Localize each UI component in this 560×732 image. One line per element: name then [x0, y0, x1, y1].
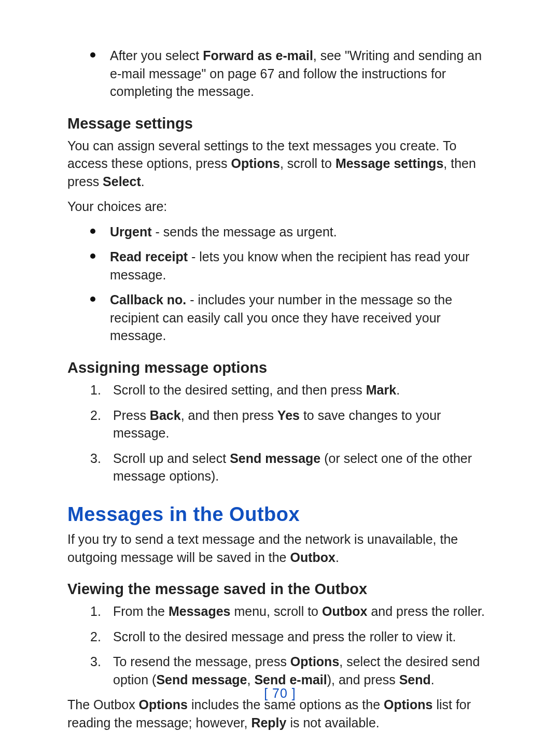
list-number: 3. [90, 653, 105, 671]
text: menu, scroll to [231, 604, 322, 618]
bold-text: Send message [156, 672, 247, 687]
outbox-step-1: 1. From the Messages menu, scroll to Out… [67, 602, 493, 621]
text: Scroll up and select [113, 451, 230, 466]
list-item: Read receipt - lets you know when the re… [110, 248, 493, 284]
outbox-step-2: 2. Scroll to the desired message and pre… [67, 628, 493, 646]
bold-text: Send message [230, 451, 320, 466]
heading-assigning-options: Assigning message options [67, 358, 493, 377]
bold-text: Reply [251, 715, 286, 730]
text: - sends the message as urgent. [152, 224, 337, 239]
outbox-step-3: 3. To resend the message, press Options,… [67, 653, 493, 688]
text: ), and press [327, 672, 399, 687]
choice-urgent: Urgent - sends the message as urgent. [67, 223, 493, 241]
text: Scroll to the desired setting, and then … [113, 383, 366, 397]
bold-text: Urgent [110, 224, 152, 239]
text: Press [113, 408, 150, 423]
assign-step-1: 1. Scroll to the desired setting, and th… [67, 381, 493, 399]
page-content: After you select Forward as e-mail, see … [67, 47, 493, 732]
heading-viewing-outbox: Viewing the message saved in the Outbox [67, 580, 493, 598]
text: From the [113, 604, 169, 618]
bold-text: Messages [169, 604, 231, 618]
bold-text: Read receipt [110, 249, 188, 264]
list-item: From the Messages menu, scroll to Outbox… [113, 602, 485, 621]
bold-text: Forward as e-mail [203, 48, 313, 63]
bold-text: Options [231, 156, 279, 171]
list-item: Scroll to the desired setting, and then … [113, 381, 400, 399]
text: , scroll to [280, 156, 335, 171]
bullet-icon [90, 229, 95, 234]
text: . [396, 383, 400, 397]
heading-outbox: Messages in the Outbox [67, 503, 493, 527]
choice-read-receipt: Read receipt - lets you know when the re… [67, 248, 493, 284]
bold-text: Message settings [335, 156, 443, 171]
bold-text: Send [399, 672, 431, 687]
intro-bullet: After you select Forward as e-mail, see … [67, 47, 493, 101]
assign-step-2: 2. Press Back, and then press Yes to sav… [67, 406, 493, 442]
list-number: 2. [90, 406, 105, 425]
bold-text: Yes [277, 408, 300, 423]
choice-callback-no: Callback no. - includes your number in t… [67, 291, 493, 345]
text: , [247, 672, 254, 687]
page-number: [ 70 ] [0, 686, 560, 701]
list-number: 1. [90, 602, 105, 621]
list-item: Press Back, and then press Yes to save c… [113, 406, 493, 442]
text: If you try to send a text message and th… [67, 532, 458, 565]
text: , and then press [181, 408, 277, 423]
list-number: 1. [90, 381, 105, 399]
text: After you select [110, 48, 203, 63]
text: . [141, 174, 145, 189]
list-number: 2. [90, 628, 105, 646]
list-item: Scroll to the desired message and press … [113, 628, 456, 646]
bold-text: Send e-mail [254, 672, 327, 687]
bold-text: Outbox [322, 604, 368, 618]
list-item: Urgent - sends the message as urgent. [110, 223, 337, 241]
outbox-intro: If you try to send a text message and th… [67, 530, 493, 566]
bold-text: Back [150, 408, 181, 423]
text: To resend the message, press [113, 654, 290, 669]
text: . [335, 550, 339, 565]
text: is not available. [286, 715, 379, 730]
bold-text: Options [290, 654, 339, 669]
choices-label: Your choices are: [67, 198, 493, 216]
outbox-outro: The Outbox Options includes the same opt… [67, 696, 493, 731]
list-item: Scroll up and select Send message (or se… [113, 449, 493, 485]
text: and press the roller. [367, 604, 485, 618]
text: . [431, 672, 435, 687]
heading-message-settings: Message settings [67, 114, 493, 133]
msg-settings-intro: You can assign several settings to the t… [67, 137, 493, 191]
bold-text: Mark [366, 383, 396, 397]
bold-text: Select [103, 174, 141, 189]
list-number: 3. [90, 449, 105, 468]
bullet-icon [90, 52, 95, 58]
list-item: To resend the message, press Options, se… [113, 653, 493, 688]
bold-text: Callback no. [110, 292, 186, 307]
bullet-icon [90, 254, 95, 259]
intro-bullet-text: After you select Forward as e-mail, see … [110, 47, 493, 101]
bullet-icon [90, 297, 95, 302]
assign-step-3: 3. Scroll up and select Send message (or… [67, 449, 493, 485]
bold-text: Outbox [290, 550, 335, 565]
list-item: Callback no. - includes your number in t… [110, 291, 493, 345]
